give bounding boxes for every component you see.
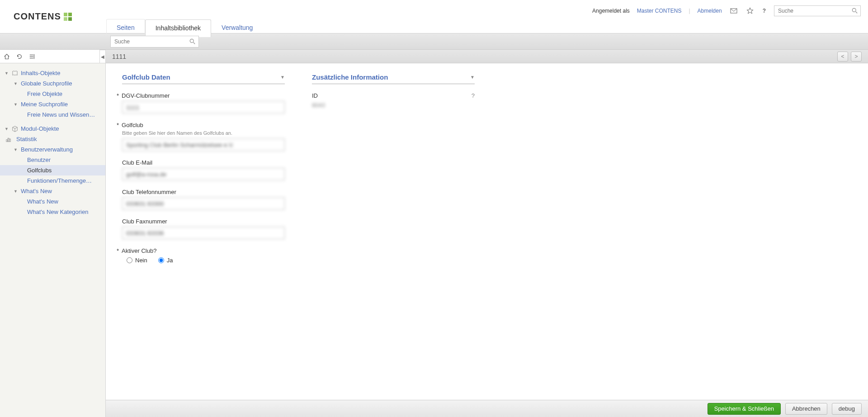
section-title-label: Zusätzliche Information [312,73,388,81]
save-close-button[interactable]: Speichern & Schließen [708,403,781,415]
header-search-wrap [774,5,861,16]
info-row-id: ID ? [312,92,475,99]
radio-label: Nein [135,257,147,264]
sidebar-item-label: Modul-Objekte [21,125,59,132]
sidebar-item-label: Meine Suchprofile [21,101,68,108]
content-area: 1111 < > Golfclub Daten ▼ DGV-Clubnummer [106,50,868,417]
field-club-fax: Club Faxnummer [122,218,285,239]
field-label: Club Faxnummer [122,218,285,225]
search-icon[interactable] [852,7,858,14]
sidebar-item-freie-news[interactable]: Freie News und Wissen… [0,109,105,120]
sidebar-item-label: What's New Kategorien [27,208,88,215]
sidebar-item-funktionen[interactable]: Funktionen/Themenge… [0,175,105,186]
field-aktiver-club: Aktiver Club? Nein Ja [122,247,285,264]
field-help-text: Bitte geben Sie hier den Namen des Golfc… [122,130,285,136]
tab-inhaltsbibliothek[interactable]: Inhaltsbibliothek [145,19,211,37]
envelope-icon[interactable] [729,8,738,14]
nav-tree: ▼ Inhalts-Objekte ▼ Globale Suchprofile … [0,63,105,222]
radio-aktiver-club-nein[interactable]: Nein [127,257,147,264]
settings-list-icon[interactable] [29,53,35,60]
logged-in-label: Angemeldet als [592,8,630,14]
field-label: DGV-Clubnummer [122,92,285,99]
help-icon[interactable]: ? [762,8,767,14]
subheader-search-wrap [110,36,199,47]
star-icon[interactable] [745,7,755,14]
logo-text: CONTENS [14,11,72,22]
form-area: Golfclub Daten ▼ DGV-Clubnummer Golfclub… [106,63,868,400]
breadcrumb: 1111 [112,53,126,60]
sidebar-item-inhalts-objekte[interactable]: ▼ Inhalts-Objekte [0,68,105,78]
info-value-id: 8043 [312,102,475,109]
field-label: Club Telefonnummer [122,189,285,195]
section-title-zusaetzliche-info[interactable]: Zusätzliche Information ▼ [312,73,475,84]
main-tabs: Seiten Inhaltsbibliothek Verwaltung [106,19,868,37]
dgv-clubnummer-input[interactable] [122,101,285,114]
chevron-down-icon: ▼ [14,81,18,86]
field-club-telefon: Club Telefonnummer [122,189,285,210]
golfclub-input[interactable] [122,138,285,151]
sidebar-item-benutzerverwaltung[interactable]: ▼ Benutzerverwaltung [0,144,105,155]
help-icon[interactable]: ? [472,92,475,99]
section-title-golfclub-daten[interactable]: Golfclub Daten ▼ [122,73,285,84]
home-icon[interactable] [4,53,10,60]
club-telefon-input[interactable] [122,197,285,210]
sidebar-item-freie-objekte[interactable]: Freie Objekte [0,89,105,99]
radio-input-ja[interactable] [158,257,164,263]
sidebar-collapse-handle[interactable]: ◀ [99,50,106,63]
subheader-search-input[interactable] [110,36,199,47]
sidebar-item-modul-objekte[interactable]: ▼ Modul-Objekte [0,123,105,134]
logout-link[interactable]: Abmelden [698,8,722,14]
main-layout: ◀ ▼ Inhalts-Objekte ▼ Globale Suchprofil… [0,50,868,417]
sidebar-item-label: Inhalts-Objekte [21,70,60,76]
chevron-down-icon: ▼ [5,127,9,131]
sidebar-item-label: Freie News und Wissen… [27,111,95,118]
chevron-down-icon: ▼ [14,189,18,194]
header-utility-row: Angemeldet als Master CONTENS | Abmelden… [106,0,868,16]
sidebar-item-label: What's New [27,198,58,205]
sidebar-item-statistik[interactable]: Statistik [0,134,105,144]
pager-next-button[interactable]: > [851,52,862,62]
svg-rect-11 [9,139,11,142]
logo-squares-icon [64,13,72,21]
sidebar-item-globale-suchprofile[interactable]: ▼ Globale Suchprofile [0,78,105,89]
pager-prev-button[interactable]: < [837,52,848,62]
pager: < > [837,52,862,62]
sidebar-toolbar [0,50,105,63]
sidebar-item-label: Globale Suchprofile [21,80,72,87]
sidebar-item-label: What's New [21,188,52,194]
sidebar-item-meine-suchprofile[interactable]: ▼ Meine Suchprofile [0,99,105,109]
radio-input-nein[interactable] [127,257,132,263]
sidebar-item-label: Benutzer [27,156,51,163]
refresh-icon[interactable] [16,53,23,60]
field-dgv-clubnummer: DGV-Clubnummer [122,92,285,114]
field-label: Club E-Mail [122,159,285,166]
club-email-input[interactable] [122,168,285,180]
sidebar-item-label: Statistik [16,136,37,142]
tab-seiten[interactable]: Seiten [106,19,145,37]
svg-rect-9 [6,140,8,142]
sidebar-item-golfclubs[interactable]: Golfclubs [0,165,105,175]
chevron-down-icon: ▼ [14,102,18,107]
chevron-down-icon: ▼ [5,71,9,76]
sidebar-item-benutzer[interactable]: Benutzer [0,155,105,165]
cube-icon [12,125,18,132]
tab-verwaltung[interactable]: Verwaltung [211,19,263,37]
sidebar-item-whats-new[interactable]: ▼ What's New [0,186,105,196]
radio-aktiver-club-ja[interactable]: Ja [158,257,173,264]
search-icon[interactable] [189,38,196,45]
debug-button[interactable]: debug [832,403,862,415]
section-title-label: Golfclub Daten [122,73,170,81]
cancel-button[interactable]: Abbrechen [785,403,827,415]
user-link[interactable]: Master CONTENS [637,8,682,14]
content-footer: Speichern & Schließen Abbrechen debug [106,400,868,417]
bar-chart-icon [5,136,12,142]
sidebar: ◀ ▼ Inhalts-Objekte ▼ Globale Suchprofil… [0,50,106,417]
logo-label: CONTENS [14,11,61,22]
field-label: Aktiver Club? [122,247,285,254]
header-search-input[interactable] [774,5,861,16]
sidebar-item-whats-new-kategorien[interactable]: What's New Kategorien [0,207,105,217]
info-label: ID [312,92,318,99]
svg-point-1 [852,8,856,12]
club-fax-input[interactable] [122,227,285,239]
sidebar-item-whats-new-sub[interactable]: What's New [0,196,105,207]
